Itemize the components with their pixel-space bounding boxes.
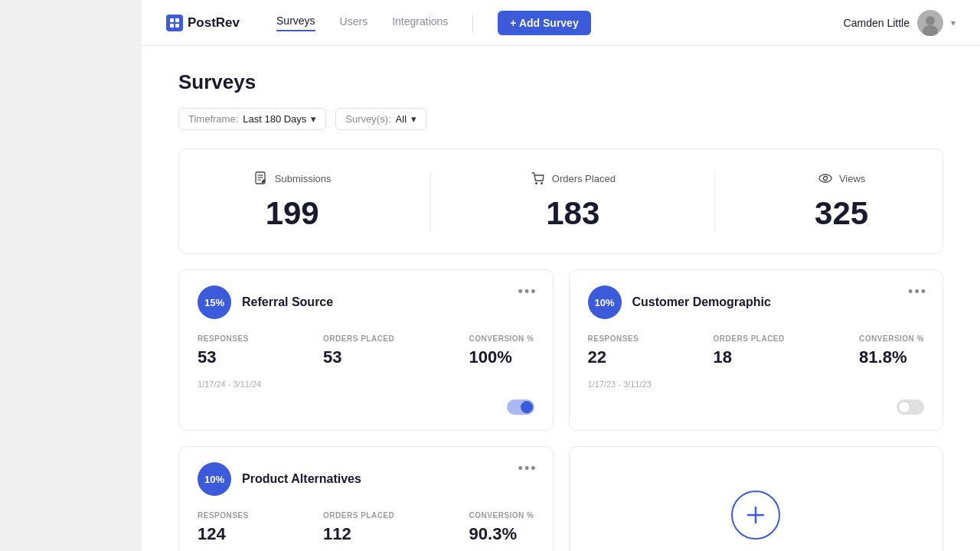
filters: Timeframe: Last 180 Days ▾ Survey(s): Al…: [178, 108, 943, 130]
survey-name-demographic: Customer Demographic: [632, 295, 771, 309]
surveys-filter[interactable]: Survey(s): All ▾: [335, 108, 426, 130]
new-survey-card[interactable]: NEW SURVEY: [569, 446, 944, 551]
stats-card: Submissions 199 Orders: [178, 148, 943, 254]
survey-name-product: Product Alternatives: [242, 472, 361, 486]
toggle-container-referral: [198, 399, 534, 415]
main-area: PostRev Surveys Users Integrations + Add…: [142, 0, 980, 551]
survey-stats-referral: RESPONSES 53 ORDERS PLACED 53 CONVERSION…: [198, 334, 534, 367]
toggle-container-demographic: [588, 399, 925, 415]
orders-value-product: 112: [323, 524, 394, 544]
survey-date-demographic: 1/17/23 - 3/11/23: [588, 380, 925, 389]
survey-stat-responses-demographic: RESPONSES 22: [588, 334, 639, 367]
user-name: Camden Little: [844, 17, 910, 29]
user-area: Camden Little ▾: [844, 10, 956, 36]
new-survey-plus-icon: [731, 491, 780, 540]
stat-orders-header: Orders Placed: [531, 171, 616, 186]
svg-point-13: [819, 174, 831, 182]
orders-label: Orders Placed: [552, 173, 616, 184]
survey-badge-referral: 15%: [198, 285, 231, 319]
surveys-label: Survey(s):: [345, 113, 390, 125]
orders-label-d: ORDERS PLACED: [714, 334, 785, 343]
more-menu-referral[interactable]: •••: [518, 284, 537, 300]
survey-date-referral: 1/17/24 - 3/11/24: [198, 380, 534, 389]
stat-views-header: Views: [818, 171, 865, 186]
stat-divider-2: [714, 171, 715, 232]
svg-rect-0: [170, 18, 174, 22]
survey-card-header-demographic: 10% Customer Demographic: [588, 285, 925, 319]
svg-point-5: [926, 16, 935, 25]
submissions-label: Submissions: [275, 173, 332, 184]
timeframe-label: Timeframe:: [188, 113, 238, 125]
nav-divider: [472, 14, 473, 32]
surveys-chevron: ▾: [411, 113, 416, 125]
submissions-value: 199: [266, 195, 319, 232]
conversion-value-demographic: 81.8%: [859, 347, 924, 367]
nav-item-users[interactable]: Users: [340, 15, 368, 31]
content: Surveys Timeframe: Last 180 Days ▾ Surve…: [142, 46, 980, 551]
svg-rect-1: [175, 18, 179, 22]
orders-value: 183: [546, 195, 599, 232]
survey-card-product-alternatives: ••• 10% Product Alternatives RESPONSES 1…: [178, 446, 554, 551]
conversion-label: CONVERSION %: [469, 334, 534, 343]
submissions-icon: [253, 171, 269, 186]
toggle-knob-referral: [521, 401, 533, 413]
survey-stat-conversion-demographic: CONVERSION % 81.8%: [859, 334, 924, 367]
stat-submissions-header: Submissions: [253, 171, 332, 186]
svg-rect-2: [170, 24, 174, 28]
surveys-value: All: [396, 113, 407, 125]
responses-label-p: RESPONSES: [198, 511, 249, 520]
orders-label-p: ORDERS PLACED: [323, 511, 394, 520]
survey-stat-orders-product: ORDERS PLACED 112: [323, 511, 394, 544]
orders-value-referral: 53: [323, 347, 394, 367]
survey-card-customer-demographic: ••• 10% Customer Demographic RESPONSES 2…: [569, 269, 944, 431]
nav-item-surveys[interactable]: Surveys: [276, 15, 315, 31]
survey-stat-responses-product: RESPONSES 124: [198, 511, 249, 544]
more-menu-product[interactable]: •••: [518, 461, 537, 477]
responses-label-d: RESPONSES: [588, 334, 639, 343]
svg-point-14: [823, 177, 827, 181]
survey-card-header-referral: 15% Referral Source: [198, 285, 534, 319]
stat-views: Views 325: [815, 171, 868, 232]
responses-value-product: 124: [198, 524, 249, 544]
user-menu-chevron[interactable]: ▾: [951, 18, 956, 28]
header: PostRev Surveys Users Integrations + Add…: [142, 0, 980, 46]
toggle-knob-demographic: [898, 401, 910, 413]
timeframe-value: Last 180 Days: [243, 113, 306, 125]
timeframe-filter[interactable]: Timeframe: Last 180 Days ▾: [178, 108, 326, 130]
views-value: 325: [815, 195, 868, 232]
survey-card-referral-source: ••• 15% Referral Source RESPONSES 53 ORD…: [178, 269, 554, 431]
views-label: Views: [839, 173, 865, 184]
more-menu-demographic[interactable]: •••: [908, 284, 927, 300]
nav-item-integrations[interactable]: Integrations: [392, 15, 448, 31]
svg-point-11: [535, 182, 537, 184]
main-nav: Surveys Users Integrations + Add Survey: [276, 11, 819, 35]
timeframe-chevron: ▾: [311, 113, 316, 125]
logo-icon: [166, 15, 183, 31]
survey-stat-conversion-referral: CONVERSION % 100%: [469, 334, 534, 367]
stat-divider-1: [430, 171, 431, 232]
conversion-label-d: CONVERSION %: [859, 334, 924, 343]
responses-value-referral: 53: [198, 347, 249, 367]
orders-value-demographic: 18: [714, 347, 785, 367]
responses-value-demographic: 22: [588, 347, 639, 367]
survey-name-referral: Referral Source: [242, 295, 333, 309]
survey-stat-orders-demographic: ORDERS PLACED 18: [714, 334, 785, 367]
survey-card-header-product: 10% Product Alternatives: [198, 462, 534, 496]
logo-text: PostRev: [188, 15, 240, 31]
toggle-demographic[interactable]: [897, 399, 924, 415]
avatar[interactable]: [917, 10, 943, 36]
logo[interactable]: PostRev: [166, 15, 240, 31]
svg-point-12: [541, 182, 543, 184]
orders-placed-label: ORDERS PLACED: [323, 334, 394, 343]
conversion-value-product: 90.3%: [469, 524, 534, 544]
survey-stats-demographic: RESPONSES 22 ORDERS PLACED 18 CONVERSION…: [588, 334, 925, 367]
toggle-referral[interactable]: [507, 399, 534, 415]
add-survey-button[interactable]: + Add Survey: [498, 11, 590, 35]
orders-icon: [531, 171, 546, 186]
responses-label: RESPONSES: [198, 334, 249, 343]
survey-badge-product: 10%: [198, 462, 231, 496]
stat-orders: Orders Placed 183: [531, 171, 616, 232]
survey-badge-demographic: 10%: [588, 285, 622, 319]
survey-stat-responses-referral: RESPONSES 53: [198, 334, 249, 367]
svg-rect-3: [175, 24, 179, 28]
